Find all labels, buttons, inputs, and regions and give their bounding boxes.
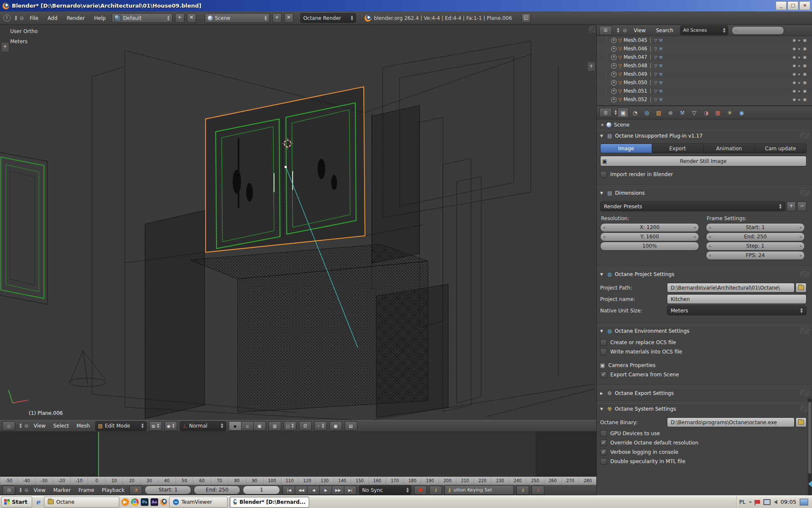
fps-field[interactable]: ◂FPS: 24▸	[706, 251, 805, 260]
viewport-menu-select[interactable]: Select	[51, 423, 71, 429]
current-frame-field[interactable]: 1	[243, 486, 280, 494]
octane-binary-input[interactable]: D:\Bernardo\programs\Octane\octane.exe	[667, 417, 795, 427]
tab-export[interactable]: Export	[652, 144, 704, 153]
restrict-select-icon[interactable]: ▸	[798, 38, 801, 42]
double-specularity-checkbox[interactable]: ✓	[600, 458, 607, 465]
menu-file[interactable]: File	[26, 15, 41, 21]
panel-grip[interactable]	[800, 327, 810, 334]
modifiers-tab-icon[interactable]: ⚒	[677, 108, 688, 118]
menu-render[interactable]: Render	[63, 15, 88, 21]
export-settings-panel-header[interactable]: ▶⚙ Octane Export Settings	[597, 388, 812, 398]
import-render-checkbox-row[interactable]: ✓ Import render in Blender	[600, 170, 807, 179]
render-still-image-button[interactable]: ▣ Render Still Image	[600, 156, 807, 166]
viewport-menu-view[interactable]: View	[31, 423, 48, 429]
timeline-menu-view[interactable]: View	[31, 487, 48, 493]
restrict-view-icon[interactable]: ◉	[793, 38, 796, 42]
project-path-input[interactable]: D:\Bernardo\varie\Architectural\01\Octan…	[667, 283, 795, 293]
properties-editor-type-icon[interactable]: ☰	[599, 108, 612, 117]
after-effects-icon[interactable]: Ae	[151, 498, 158, 506]
expand-icon[interactable]: +	[611, 55, 617, 60]
expand-icon[interactable]: +	[611, 88, 617, 94]
play-button[interactable]: ▶	[320, 486, 332, 495]
gpu-devices-checkbox[interactable]: ✓	[600, 430, 607, 437]
step-field[interactable]: ◂Step: 1▸	[706, 242, 805, 251]
render-engine-dropdown[interactable]: Octane Render ▲▼	[300, 13, 356, 23]
system-settings-panel-header[interactable]: ▼☢ Octane System Settings	[597, 403, 812, 414]
outliner-filter-dropdown[interactable]: All Scenes ▲▼	[680, 25, 728, 35]
expand-icon[interactable]: +	[611, 72, 617, 77]
editor-type-icon[interactable]: i	[3, 14, 11, 22]
outliner-item[interactable]: +▽Mesh.045|▽⚒◉▸▣	[597, 36, 812, 44]
outliner-menu-view[interactable]: View	[630, 28, 649, 33]
jump-to-end-button[interactable]: ▶|	[344, 486, 357, 495]
resolution-y-field[interactable]: ◂Y: 1600▸	[600, 232, 699, 241]
outliner-item[interactable]: +▽Mesh.052|▽⚒◉▸▣	[597, 95, 812, 104]
remove-preset-button[interactable]: −	[797, 202, 807, 211]
dimensions-panel-header[interactable]: ▼▤ Dimensions	[597, 188, 812, 198]
blender-quicklaunch-icon[interactable]	[160, 499, 167, 505]
start-frame-field[interactable]: Start: 1	[145, 486, 191, 494]
menu-add[interactable]: Add	[44, 15, 61, 21]
project-settings-panel-header[interactable]: ▼◍ Octane Project Settings	[597, 269, 812, 279]
keying-set-field[interactable]: ⚷utton Keying Set	[444, 485, 514, 495]
expand-icon[interactable]: +	[611, 38, 617, 43]
timeline-ruler[interactable]: -50-40-30-20-100102030405060708090100110…	[0, 476, 596, 485]
object-tab-icon[interactable]: ▧	[653, 108, 664, 118]
import-render-checkbox[interactable]: ✓	[600, 171, 607, 178]
network-icon[interactable]	[763, 499, 771, 505]
octane-binary-browse-button[interactable]	[796, 417, 807, 427]
restrict-view-icon[interactable]: ◉	[793, 72, 796, 76]
render-tab-icon[interactable]: ▣	[617, 108, 628, 118]
prev-keyframe-button[interactable]: ◀◀	[295, 486, 307, 495]
render-presets-dropdown[interactable]: Render Presets ▲▼	[600, 202, 785, 211]
scene-dropdown[interactable]: Scene ▲▼	[205, 13, 270, 23]
resolution-x-field[interactable]: ◂X: 1200▸	[600, 223, 699, 232]
toolshelf-expand-tab[interactable]: +	[1, 42, 9, 52]
native-unit-dropdown[interactable]: Meters ▲▼	[667, 306, 807, 315]
snap-element-dropdown[interactable]: ⁘ ▲▼	[314, 421, 327, 431]
chrome-icon[interactable]	[131, 498, 139, 506]
environment-settings-panel-header[interactable]: ▼◍ Octane Environment Settings	[597, 326, 812, 336]
snap-magnet-button[interactable]: ʘ	[299, 421, 312, 431]
restrict-render-icon[interactable]: ▣	[803, 89, 807, 93]
restrict-view-icon[interactable]: ◉	[793, 47, 796, 51]
restrict-select-icon[interactable]: ▸	[798, 47, 801, 51]
tray-expand-chevron-icon[interactable]: «	[749, 500, 752, 504]
restrict-render-icon[interactable]: ▣	[803, 97, 807, 102]
constraints-tab-icon[interactable]: ⊗	[665, 108, 676, 118]
jump-to-start-button[interactable]: |◀	[283, 486, 295, 495]
mode-dropdown[interactable]: ▧Edit Mode ▲▼	[95, 421, 147, 431]
restrict-view-icon[interactable]: ◉	[793, 64, 796, 68]
panel-grip[interactable]	[800, 132, 810, 139]
play-reverse-button[interactable]: ◀	[307, 486, 320, 495]
double-specularity-row[interactable]: ✓ Double specularity in MTL file	[600, 457, 807, 466]
opengl-render-anim-button[interactable]: ▤	[345, 421, 357, 431]
tab-animation[interactable]: Animation	[704, 144, 755, 153]
timeline-current-frame-line[interactable]	[98, 432, 99, 476]
maximize-button[interactable]: □	[787, 1, 798, 10]
tab-image[interactable]: Image	[600, 144, 652, 153]
particles-tab-icon[interactable]: ✳	[724, 108, 735, 118]
restrict-render-icon[interactable]: ▣	[803, 47, 807, 51]
pin-icon[interactable]: ⌖	[601, 122, 604, 128]
project-path-browse-button[interactable]	[796, 283, 807, 293]
outliner-editor-type-icon[interactable]: ☰	[599, 26, 612, 35]
outliner-item[interactable]: +▽Mesh.047|▽⚒◉▸▣	[597, 53, 812, 61]
collapse-menus-icon[interactable]: ⊖	[19, 15, 24, 21]
restrict-view-icon[interactable]: ◉	[793, 80, 796, 85]
proportional-edit-dropdown[interactable]: ○ ▲▼	[284, 421, 296, 431]
opengl-render-still-button[interactable]: ▣	[329, 421, 342, 431]
viewport-resize-grip[interactable]	[589, 26, 595, 33]
close-button[interactable]: ×	[799, 1, 810, 10]
resolution-percent-field[interactable]: 100%	[600, 242, 699, 251]
gpu-devices-row[interactable]: ✓ GPU Devices to use	[600, 429, 807, 438]
next-keyframe-button[interactable]: ▶▶	[332, 486, 344, 495]
timeline-collapse-menus-icon[interactable]: ⊖	[24, 487, 28, 493]
panel-grip[interactable]	[800, 389, 810, 396]
outliner-item[interactable]: +▽Mesh.049|▽⚒◉▸▣	[597, 70, 812, 78]
add-scene-button[interactable]: +	[272, 13, 282, 23]
restrict-render-icon[interactable]: ▣	[803, 55, 807, 59]
start-button[interactable]: Start	[1, 497, 32, 508]
restrict-select-icon[interactable]: ▸	[798, 80, 801, 85]
restrict-select-icon[interactable]: ▸	[798, 55, 801, 59]
